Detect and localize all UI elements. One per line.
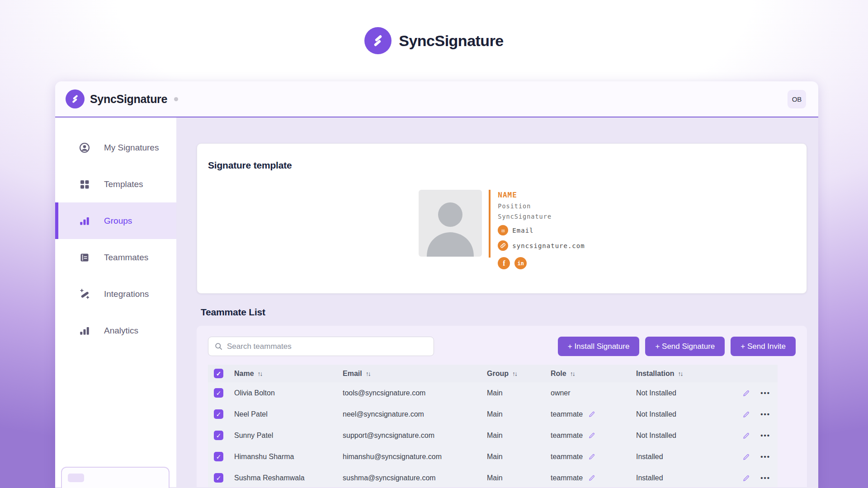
row-menu-icon[interactable]: ••• bbox=[760, 474, 770, 481]
cell-email: sushma@syncsignature.com bbox=[343, 467, 487, 487]
table-row: ✓ Neel Patel neel@syncsignature.com Main… bbox=[208, 404, 778, 425]
edit-row-icon[interactable] bbox=[742, 474, 750, 482]
row-menu-icon[interactable]: ••• bbox=[760, 432, 770, 439]
teammate-table: ✓ Name↑↓ Email↑↓ Group↑↓ Role↑↓ Installa… bbox=[208, 365, 778, 487]
linkedin-icon[interactable]: in bbox=[514, 257, 527, 269]
sidebar-item-label: Analytics bbox=[104, 326, 138, 336]
row-checkbox[interactable]: ✓ bbox=[214, 431, 223, 440]
sidebar-footer-card[interactable] bbox=[61, 467, 170, 488]
edit-role-icon[interactable] bbox=[588, 453, 596, 460]
row-menu-icon[interactable]: ••• bbox=[760, 453, 770, 460]
sidebar-item-label: Teammates bbox=[104, 253, 148, 263]
sort-icon[interactable]: ↑↓ bbox=[678, 370, 682, 377]
row-menu-icon[interactable]: ••• bbox=[760, 389, 770, 396]
signature-template-card: Signature template NAME Position SyncSig… bbox=[197, 143, 807, 294]
column-header-name: Name bbox=[234, 370, 254, 377]
edit-row-icon[interactable] bbox=[742, 432, 750, 440]
magic-wand-icon bbox=[79, 288, 90, 300]
sort-icon[interactable]: ↑↓ bbox=[512, 370, 517, 377]
cell-email: tools@syncsignature.com bbox=[343, 382, 487, 404]
edit-row-icon[interactable] bbox=[742, 410, 750, 418]
cell-role: teammate bbox=[551, 453, 583, 461]
send-invite-button[interactable]: + Send Invite bbox=[731, 337, 796, 356]
edit-row-icon[interactable] bbox=[742, 453, 750, 461]
sidebar: My Signatures Templates bbox=[55, 117, 176, 487]
edit-row-icon[interactable] bbox=[742, 389, 750, 397]
email-icon: ✉ bbox=[498, 225, 508, 235]
column-header-installation: Installation bbox=[636, 370, 674, 377]
cell-name: Sushma Reshamwala bbox=[234, 467, 343, 487]
sidebar-item-templates[interactable]: Templates bbox=[55, 166, 176, 202]
sidebar-item-teammates[interactable]: Teammates bbox=[55, 239, 176, 276]
sort-icon[interactable]: ↑↓ bbox=[258, 370, 262, 377]
cell-group: Main bbox=[487, 446, 551, 467]
cell-group: Main bbox=[487, 425, 551, 446]
app-logo-icon[interactable] bbox=[66, 89, 85, 108]
row-checkbox[interactable]: ✓ bbox=[214, 473, 223, 483]
teammate-list-title: Teammate List bbox=[201, 307, 807, 318]
cell-name: Himanshu Sharma bbox=[234, 446, 343, 467]
cell-group: Main bbox=[487, 382, 551, 404]
sidebar-item-label: Integrations bbox=[104, 289, 149, 299]
search-box bbox=[208, 337, 434, 356]
signature-company: SyncSignature bbox=[498, 213, 585, 220]
bar-chart-icon bbox=[79, 215, 90, 227]
cell-installation: Installed bbox=[636, 467, 741, 487]
edit-role-icon[interactable] bbox=[588, 432, 596, 439]
facebook-icon[interactable]: f bbox=[498, 257, 510, 269]
send-signature-button[interactable]: + Send Signature bbox=[645, 337, 725, 356]
cell-email: neel@syncsignature.com bbox=[343, 404, 487, 425]
edit-role-icon[interactable] bbox=[588, 474, 596, 482]
cell-installation: Installed bbox=[636, 446, 741, 467]
bar-chart-icon bbox=[79, 325, 90, 337]
sort-icon[interactable]: ↑↓ bbox=[570, 370, 575, 377]
edit-role-icon[interactable] bbox=[588, 410, 596, 418]
cell-installation: Not Installed bbox=[636, 404, 741, 425]
table-row: ✓ Himanshu Sharma himanshu@syncsignature… bbox=[208, 446, 778, 467]
user-circle-icon bbox=[79, 142, 90, 154]
app-window: SyncSignature OB My Signatures bbox=[55, 81, 818, 488]
status-dot bbox=[174, 97, 178, 101]
sidebar-item-my-signatures[interactable]: My Signatures bbox=[55, 129, 176, 166]
sidebar-item-groups[interactable]: Groups bbox=[55, 202, 176, 239]
column-header-email: Email bbox=[343, 370, 362, 377]
cell-role: teammate bbox=[551, 410, 583, 418]
row-checkbox[interactable]: ✓ bbox=[214, 388, 223, 398]
install-signature-button[interactable]: + Install Signature bbox=[558, 337, 640, 356]
select-all-checkbox[interactable]: ✓ bbox=[214, 369, 223, 378]
cell-group: Main bbox=[487, 404, 551, 425]
user-avatar[interactable]: OB bbox=[788, 90, 806, 108]
sort-icon[interactable]: ↑↓ bbox=[366, 370, 370, 377]
signature-card-title: Signature template bbox=[208, 160, 796, 171]
table-row: ✓ Sushma Reshamwala sushma@syncsignature… bbox=[208, 467, 778, 487]
table-body: ✓ Olivia Bolton tools@syncsignature.com … bbox=[208, 382, 778, 487]
page-brand: SyncSignature bbox=[0, 0, 868, 56]
signature-email: Email bbox=[512, 227, 533, 234]
search-input[interactable] bbox=[227, 342, 428, 351]
row-checkbox[interactable]: ✓ bbox=[214, 452, 223, 461]
table-row: ✓ Sunny Patel support@syncsignature.com … bbox=[208, 425, 778, 446]
grid-icon bbox=[79, 178, 90, 190]
row-menu-icon[interactable]: ••• bbox=[760, 411, 770, 418]
cell-role: teammate bbox=[551, 432, 583, 440]
brand-name: SyncSignature bbox=[399, 32, 504, 50]
brand-bolt-icon bbox=[364, 27, 392, 54]
cell-email: himanshu@syncsignature.com bbox=[343, 446, 487, 467]
row-checkbox[interactable]: ✓ bbox=[214, 409, 223, 419]
cell-email: support@syncsignature.com bbox=[343, 425, 487, 446]
signature-name: NAME bbox=[498, 191, 585, 199]
cell-installation: Not Installed bbox=[636, 425, 741, 446]
app-title: SyncSignature bbox=[90, 93, 167, 106]
column-header-group: Group bbox=[487, 370, 509, 377]
sidebar-item-analytics[interactable]: Analytics bbox=[55, 312, 176, 349]
window-header: SyncSignature OB bbox=[55, 81, 818, 117]
column-header-role: Role bbox=[551, 370, 566, 377]
avatar-placeholder bbox=[419, 190, 482, 257]
cell-role: owner bbox=[551, 389, 571, 397]
link-icon bbox=[498, 240, 508, 251]
sidebar-item-label: Templates bbox=[104, 179, 143, 189]
search-icon bbox=[214, 342, 223, 351]
cell-installation: Not Installed bbox=[636, 382, 741, 404]
signature-preview: NAME Position SyncSignature ✉ Email bbox=[208, 190, 796, 269]
sidebar-item-integrations[interactable]: Integrations bbox=[55, 276, 176, 312]
